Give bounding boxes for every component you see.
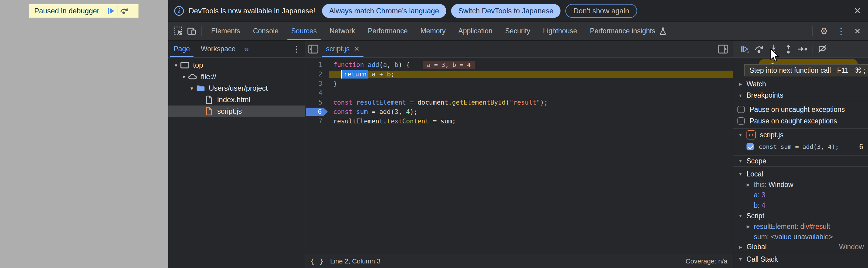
code-token: resultElement (356, 99, 406, 106)
scope-global-group[interactable]: ▶ Global Window (733, 242, 868, 252)
editor-tabbar: script.js ✕ (305, 41, 733, 58)
expanded-expander-icon[interactable]: ▼ (737, 257, 743, 262)
code-token: const (333, 108, 356, 116)
tree-item-script-js[interactable]: script.js (168, 106, 305, 117)
gutter-line-6[interactable]: 6 (305, 107, 329, 116)
settings-gear-icon[interactable]: ⚙ (815, 27, 832, 36)
code-token: a (383, 61, 387, 68)
code-line-7: 7 resultElement.textContent = sum; (305, 116, 733, 126)
step-over-mini-button[interactable] (118, 4, 131, 17)
pretty-print-icon[interactable]: { } (310, 258, 324, 265)
dont-show-again-button[interactable]: Don’t show again (565, 4, 637, 18)
breakpoint-enabled-checkbox[interactable] (746, 143, 754, 150)
expander-icon[interactable]: ▼ (188, 86, 195, 91)
breakpoint-entry[interactable]: const sum = add(3, 4); 6 (733, 141, 868, 152)
tree-item-top[interactable]: ▼ top (168, 59, 305, 71)
editor-pane: script.js ✕ 1 function add(a, (305, 41, 733, 268)
expanded-expander-icon[interactable]: ▼ (737, 213, 743, 218)
scope-var-sum[interactable]: sum: <value unavailable> (733, 232, 868, 242)
close-tab-icon[interactable]: ✕ (354, 45, 359, 53)
code-token: <value unavailable> (771, 233, 833, 241)
toolbar-separator (202, 26, 202, 36)
expanded-expander-icon[interactable]: ▼ (737, 93, 743, 98)
tab-page[interactable]: Page (168, 41, 195, 57)
collapsed-expander-icon[interactable]: ▶ (737, 82, 743, 86)
scope-var-this[interactable]: ▶ this: Window (733, 179, 868, 190)
step-out-button[interactable] (781, 42, 796, 56)
hide-navigator-button[interactable] (305, 41, 321, 57)
navigator-more-options-icon[interactable]: ⋮ (292, 44, 301, 54)
editor-tab-script-js[interactable]: script.js ✕ (321, 41, 364, 57)
call-stack-section-header[interactable]: ▼ Call Stack (733, 254, 868, 265)
expanded-expander-icon[interactable]: ▼ (737, 158, 743, 163)
code-token: = sum; (429, 118, 456, 125)
more-options-icon[interactable]: ⋮ (832, 27, 850, 36)
panel-right-toggle-icon (718, 44, 728, 54)
scope-var-a[interactable]: a: 3 (733, 190, 868, 200)
close-devtools-icon[interactable]: ✕ (850, 27, 865, 35)
pause-caught-checkbox[interactable] (737, 117, 745, 125)
pause-uncaught-checkbox[interactable] (737, 106, 745, 113)
tab-performance[interactable]: Performance (362, 22, 414, 40)
gutter-line-7[interactable]: 7 (305, 116, 329, 126)
tab-workspace[interactable]: Workspace (195, 41, 241, 57)
more-tabs-icon[interactable]: » (241, 44, 252, 54)
folder-icon (195, 85, 206, 92)
infobar-close-icon[interactable]: ✕ (854, 6, 861, 16)
step-icon (798, 46, 808, 53)
tab-network[interactable]: Network (323, 22, 362, 40)
always-match-language-button[interactable]: Always match Chrome’s language (322, 4, 446, 18)
code-editor[interactable]: 1 function add(a, b) {a = 3, b = 4 2 ret… (305, 58, 733, 254)
resume-script-button[interactable] (105, 4, 118, 17)
watch-section-header[interactable]: ▶ Watch (733, 78, 868, 90)
gutter-line-1[interactable]: 1 (305, 60, 329, 69)
navigator-tabbar: Page Workspace » ⋮ (168, 41, 305, 58)
tab-application[interactable]: Application (452, 22, 499, 40)
expanded-expander-icon[interactable]: ▼ (737, 132, 743, 137)
tree-item-index-html[interactable]: index.html (168, 94, 305, 106)
tab-security[interactable]: Security (499, 22, 536, 40)
scope-section-header[interactable]: ▼ Scope (733, 155, 868, 167)
scope-local-group[interactable]: ▼ Local (733, 169, 868, 179)
expanded-expander-icon[interactable]: ▼ (737, 172, 743, 176)
tree-item-project-folder[interactable]: ▼ Users/user/project (168, 83, 305, 94)
expander-icon[interactable]: ▼ (180, 74, 188, 80)
code-token: : (767, 233, 771, 241)
collapsed-expander-icon[interactable]: ▶ (745, 224, 751, 229)
pause-caught-exceptions-row[interactable]: Pause on caught exceptions (733, 115, 868, 127)
scope-var-resultelement[interactable]: ▶ resultElement: div#result (733, 221, 868, 232)
breakpoint-file-group[interactable]: ▼ ‹› script.js (733, 128, 868, 141)
code-line-2-paused: 2 return a + b; (305, 69, 733, 79)
code-token: sum (356, 108, 368, 116)
step-over-button[interactable] (752, 42, 767, 56)
gutter-line-4[interactable]: 4 (305, 88, 329, 98)
step-button[interactable] (796, 42, 810, 56)
pause-uncaught-exceptions-row[interactable]: Pause on uncaught exceptions (733, 104, 868, 115)
breakpoints-section-header[interactable]: ▼ Breakpoints (733, 90, 868, 101)
tab-sources[interactable]: Sources (285, 22, 323, 40)
tree-item-file-origin[interactable]: ▼ file:// (168, 71, 305, 83)
collapsed-expander-icon[interactable]: ▶ (745, 182, 751, 187)
gutter-line-5[interactable]: 5 (305, 98, 329, 107)
inspect-element-button[interactable] (172, 25, 185, 38)
expander-icon[interactable]: ▼ (173, 63, 180, 68)
deactivate-breakpoints-button[interactable] (815, 42, 830, 56)
code-token: ( (379, 61, 383, 68)
gutter-line-2[interactable]: 2 (305, 69, 329, 79)
code-token: Window (769, 181, 794, 188)
gutter-line-3[interactable]: 3 (305, 79, 329, 88)
resume-button[interactable] (737, 42, 752, 56)
collapsed-expander-icon[interactable]: ▶ (737, 245, 743, 249)
tab-performance-insights[interactable]: Performance insights (584, 22, 673, 40)
tab-lighthouse[interactable]: Lighthouse (536, 22, 584, 40)
scope-script-group[interactable]: ▼ Script (733, 210, 868, 221)
tab-console[interactable]: Console (247, 22, 285, 40)
breakpoint-marker[interactable]: 6 (306, 108, 328, 116)
tab-elements[interactable]: Elements (205, 22, 247, 40)
switch-to-japanese-button[interactable]: Switch DevTools to Japanese (451, 4, 561, 18)
hide-debugger-button[interactable] (718, 41, 728, 57)
tab-memory[interactable]: Memory (414, 22, 452, 40)
code-token: a + b; (368, 71, 395, 78)
scope-var-b[interactable]: b: 4 (733, 200, 868, 210)
toggle-device-toolbar-button[interactable] (185, 25, 198, 38)
